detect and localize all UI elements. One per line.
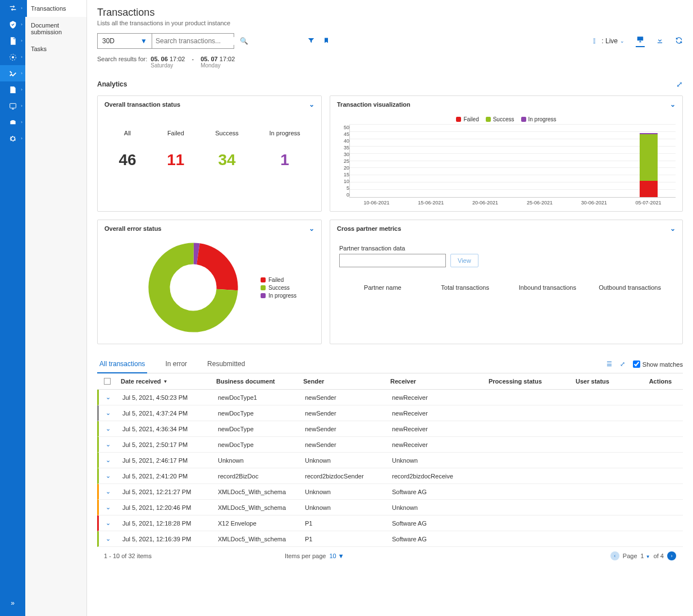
items-per-page-select[interactable]: 10 ▼: [329, 553, 344, 559]
bookmark-icon[interactable]: [323, 36, 330, 46]
table-row[interactable]: ⌄ Jul 5, 2021, 4:50:23 PM newDocType1 ne…: [97, 390, 683, 405]
rail-item-3[interactable]: ›: [0, 33, 25, 49]
donut-chart: [148, 243, 238, 332]
panel-title: Overall error status: [104, 225, 162, 232]
stat-failed[interactable]: Failed 11: [167, 130, 184, 169]
stat-success[interactable]: Success 34: [215, 130, 239, 169]
rail-expand-button[interactable]: »: [0, 595, 25, 612]
legend-item: Success: [261, 285, 297, 291]
tab-in-error[interactable]: In error: [163, 355, 189, 373]
rail-item-8[interactable]: ›: [0, 114, 25, 130]
svg-point-0: [12, 56, 14, 58]
subnav-transactions[interactable]: Transactions: [25, 0, 86, 17]
analytics-header: Analytics ⤢: [97, 76, 683, 92]
legend-item: In progress: [261, 293, 297, 299]
table-row[interactable]: ⌄ Jul 5, 2021, 2:41:20 PM record2BizDoc …: [97, 468, 683, 484]
svg-rect-6: [594, 43, 596, 43]
table-row[interactable]: ⌄ Jul 5, 2021, 4:37:24 PM newDocType new…: [97, 405, 683, 421]
rail-item-1[interactable]: ›: [0, 0, 25, 16]
chevron-down-icon: ⌄: [620, 38, 624, 44]
filter-icon[interactable]: [307, 36, 315, 46]
search-bar: 30D ▼ 🔍 : Live ⌄: [97, 33, 683, 49]
stat-all[interactable]: All 46: [118, 130, 136, 169]
list-icon[interactable]: ☰: [607, 361, 612, 368]
rail-item-settings[interactable]: ›: [0, 130, 25, 147]
col-processing[interactable]: Processing status: [489, 378, 576, 385]
expand-row-icon[interactable]: ⌄: [106, 409, 111, 416]
svg-rect-4: [594, 39, 596, 39]
legend-item: Failed: [456, 116, 478, 122]
table-row[interactable]: ⌄ Jul 5, 2021, 2:46:17 PM Unknown Unknow…: [97, 453, 683, 468]
chevron-down-icon[interactable]: ⌄: [670, 225, 676, 232]
chevron-down-icon[interactable]: ⌄: [670, 101, 676, 108]
partner-field-label: Partner transaction data: [339, 245, 673, 252]
col-receiver[interactable]: Receiver: [390, 378, 489, 385]
panel-overall-status: Overall transaction status ⌄ All 46 Fail…: [97, 95, 322, 212]
search-icon[interactable]: 🔍: [240, 37, 248, 45]
bar-column: [640, 133, 658, 197]
table-row[interactable]: ⌄ Jul 5, 2021, 2:50:17 PM newDocType new…: [97, 437, 683, 453]
subnav-tasks[interactable]: Tasks: [25, 40, 86, 57]
main-content: Transactions Lists all the transactions …: [87, 0, 693, 616]
search-input[interactable]: [156, 37, 240, 45]
table-row[interactable]: ⌄ Jul 5, 2021, 12:16:39 PM XMLDoc5_With_…: [97, 531, 683, 547]
next-page-button[interactable]: ›: [667, 551, 676, 560]
partner-col-header: Outbound transactions: [589, 284, 671, 291]
expand-row-icon[interactable]: ⌄: [106, 504, 111, 510]
stat-in-progress[interactable]: In progress 1: [270, 130, 300, 169]
expand-row-icon[interactable]: ⌄: [106, 457, 111, 463]
legend-item: In progress: [521, 116, 557, 122]
partner-input[interactable]: [339, 254, 446, 267]
panel-partner-metrics: Cross partner metrics ⌄ Partner transact…: [330, 220, 683, 344]
expand-row-icon[interactable]: ⌄: [106, 472, 111, 479]
subnav-document-submission[interactable]: Document submission: [25, 17, 86, 40]
subnav: Transactions Document submission Tasks: [25, 0, 87, 616]
live-toggle[interactable]: : Live ⌄: [592, 37, 624, 45]
collapse-icon[interactable]: ⤢: [676, 80, 683, 89]
tab-all-transactions[interactable]: All transactions: [97, 355, 147, 373]
chevron-down-icon[interactable]: ⌄: [309, 225, 314, 232]
view-button[interactable]: View: [450, 254, 478, 267]
tab-resubmitted[interactable]: Resubmitted: [205, 355, 247, 373]
svg-rect-7: [637, 36, 644, 40]
table-row[interactable]: ⌄ Jul 5, 2021, 12:18:28 PM X12 Envelope …: [97, 515, 683, 531]
show-matches-checkbox[interactable]: Show matches: [633, 361, 683, 368]
page-select[interactable]: 1 ▼: [641, 553, 650, 559]
expand-row-icon[interactable]: ⌄: [106, 519, 111, 526]
svg-rect-3: [10, 121, 15, 124]
chevron-down-icon[interactable]: ⌄: [309, 101, 314, 108]
table-row[interactable]: ⌄ Jul 5, 2021, 4:36:34 PM newDocType new…: [97, 421, 683, 437]
col-doc[interactable]: Business document: [216, 378, 303, 385]
refresh-icon[interactable]: [675, 36, 683, 46]
live-label: : Live: [601, 37, 618, 45]
rail-item-7[interactable]: ›: [0, 98, 25, 114]
col-date[interactable]: Date received ▼: [121, 378, 216, 385]
table-row[interactable]: ⌄ Jul 5, 2021, 12:20:46 PM XMLDoc5_With_…: [97, 500, 683, 515]
nav-rail: › › › › › › › › › »: [0, 0, 25, 616]
analytics-title: Analytics: [97, 80, 127, 88]
rail-item-analytics[interactable]: ›: [0, 65, 25, 81]
rail-item-2[interactable]: ›: [0, 16, 25, 33]
panel-error-status: Overall error status ⌄ FailedSuccessIn p…: [97, 220, 322, 344]
expand-row-icon[interactable]: ⌄: [106, 394, 111, 400]
monitor-icon[interactable]: [636, 35, 645, 47]
rail-item-6[interactable]: ›: [0, 81, 25, 98]
table-row[interactable]: ⌄ Jul 5, 2021, 12:21:27 PM XMLDoc5_With_…: [97, 484, 683, 500]
range-select[interactable]: 30D ▼: [97, 33, 152, 49]
svg-point-10: [159, 253, 227, 321]
search-input-wrap: 🔍: [152, 33, 234, 49]
expand-row-icon[interactable]: ⌄: [106, 441, 111, 448]
download-icon[interactable]: [656, 36, 664, 46]
panel-transaction-viz: Transaction visualization ⌄ FailedSucces…: [330, 95, 683, 212]
rail-item-4[interactable]: ›: [0, 49, 25, 65]
expand-icon[interactable]: ⤢: [620, 361, 625, 368]
expand-row-icon[interactable]: ⌄: [106, 488, 111, 495]
panel-title: Transaction visualization: [337, 101, 411, 108]
expand-row-icon[interactable]: ⌄: [106, 535, 111, 542]
col-sender[interactable]: Sender: [303, 378, 390, 385]
prev-page-button[interactable]: ‹: [610, 551, 619, 560]
legend-item: Failed: [261, 277, 297, 283]
col-user-status[interactable]: User status: [576, 378, 637, 385]
expand-row-icon[interactable]: ⌄: [106, 425, 111, 432]
select-all-checkbox[interactable]: [104, 378, 111, 385]
